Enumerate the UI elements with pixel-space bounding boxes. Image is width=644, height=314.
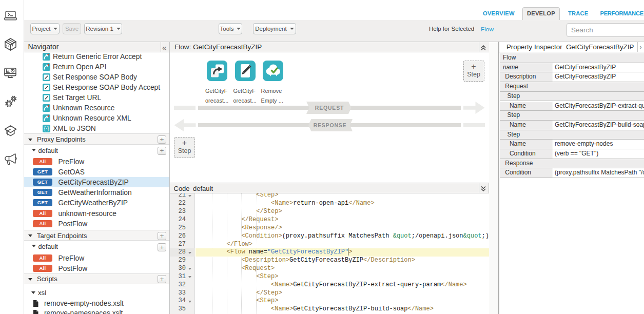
svg-text:RESPONSE: RESPONSE [313,122,346,128]
svg-text:{·}: {·} [44,126,49,131]
svg-text:REQUEST: REQUEST [315,105,344,111]
